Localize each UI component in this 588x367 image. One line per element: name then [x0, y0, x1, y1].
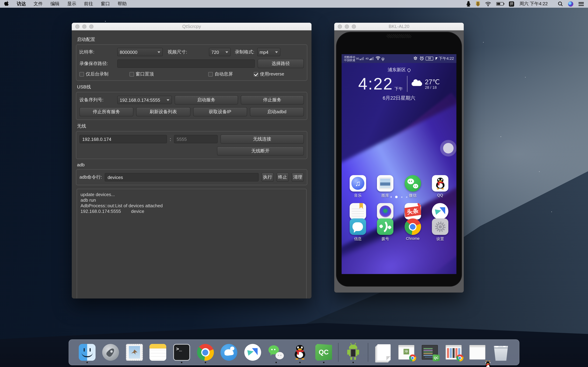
feishu-icon[interactable]	[432, 203, 448, 219]
app-gallery[interactable]: 图库	[374, 175, 397, 198]
dock-finder[interactable]	[78, 342, 96, 363]
checkbox-use-reverse[interactable]: 使用reverse	[254, 71, 284, 77]
dock-minimized-qq[interactable]	[468, 342, 486, 363]
qq-icon[interactable]	[432, 175, 448, 192]
app-chrome[interactable]: Chrome	[401, 218, 424, 242]
menu-view[interactable]: 显示	[67, 1, 76, 7]
app-settings[interactable]: 设置	[429, 218, 451, 242]
wireless-ip-input[interactable]: 192.168.0.174	[79, 135, 167, 143]
menu-go[interactable]: 前往	[84, 1, 93, 7]
start-service-button[interactable]: 启动服务	[175, 95, 238, 105]
camera-icon[interactable]	[377, 203, 394, 219]
adb-command-input[interactable]: devices	[105, 173, 259, 181]
notification-center-icon[interactable]	[579, 2, 584, 6]
chrome-icon[interactable]	[197, 344, 214, 361]
apple-menu-icon[interactable]	[4, 1, 9, 7]
minimized-window-thumbnail[interactable]: QC	[422, 345, 438, 360]
minimized-window-thumbnail[interactable]: 坤	[398, 345, 415, 360]
dock-feishu[interactable]	[244, 342, 262, 363]
notes-icon[interactable]	[150, 344, 166, 361]
spotlight-search-icon[interactable]	[558, 1, 563, 7]
checkbox-window-on-top[interactable]: 窗口置顶	[129, 71, 154, 77]
dock-wechat[interactable]	[267, 342, 285, 363]
phone-dialer-icon[interactable]	[377, 218, 394, 235]
wechat-icon[interactable]	[404, 175, 421, 192]
checkbox-auto-screen-off[interactable]: 自动息屏	[208, 71, 233, 77]
app-qq[interactable]: QQ	[429, 175, 451, 198]
clear-button[interactable]: 清理	[292, 173, 304, 182]
menu-window[interactable]: 窗口	[101, 1, 110, 7]
siri-icon[interactable]	[568, 1, 573, 7]
qq-penguin-icon[interactable]	[466, 1, 471, 7]
stop-service-button[interactable]: 停止服务	[241, 95, 304, 105]
qq-penguin-icon[interactable]	[294, 345, 306, 360]
video-size-combobox[interactable]: 720	[209, 48, 231, 56]
get-device-ip-button[interactable]: 获取设备IP	[193, 107, 247, 117]
wechat-icon[interactable]	[268, 344, 285, 361]
qtscrcpy-titlebar[interactable]: QtScrcpy	[72, 23, 311, 30]
mail-stamp-icon[interactable]	[126, 344, 143, 361]
checkbox-box[interactable]	[208, 72, 213, 76]
dock-minimized-document[interactable]	[373, 342, 392, 363]
record-format-combobox[interactable]: mp4	[257, 48, 280, 56]
dock-minimized-chrome-page[interactable]	[444, 342, 463, 363]
settings-gear-icon[interactable]	[432, 218, 448, 235]
messages-icon[interactable]	[350, 218, 366, 235]
dock-qtcreator[interactable]: QC	[314, 342, 333, 363]
menu-edit[interactable]: 编辑	[50, 1, 60, 7]
dock-mail[interactable]	[125, 342, 144, 363]
battery-icon[interactable]	[496, 1, 504, 7]
checkbox-box-checked[interactable]	[254, 72, 258, 76]
seal-icon[interactable]	[221, 344, 237, 361]
dock-scrcpy-robot[interactable]	[344, 342, 362, 363]
phone-window-titlebar[interactable]: BKL-AL20	[334, 23, 464, 30]
clock-widget[interactable]: 浦东新区 4:22 下午 27℃ 28 / 18	[342, 67, 456, 101]
dock-chrome[interactable]	[196, 342, 214, 363]
app-music[interactable]: ♫ 音乐	[347, 175, 369, 198]
terminate-button[interactable]: 终止	[277, 173, 289, 182]
document-stack-icon[interactable]	[377, 344, 391, 360]
refresh-device-list-button[interactable]: 刷新设备列表	[136, 107, 190, 117]
toutiao-icon[interactable]: 头条 1	[404, 203, 421, 219]
app-messages[interactable]: 信息	[347, 218, 369, 242]
checkbox-box[interactable]	[129, 72, 134, 76]
minimized-window-thumbnail[interactable]	[446, 345, 462, 360]
stop-all-services-button[interactable]: 停止所有服务	[79, 107, 134, 117]
music-icon[interactable]: ♫	[350, 175, 366, 192]
execute-button[interactable]: 执行	[261, 173, 274, 182]
record-path-input[interactable]	[117, 59, 255, 68]
serial-combobox[interactable]: 192.168.0.174:5555	[117, 96, 172, 104]
choose-path-button[interactable]: 选择路径	[258, 59, 304, 68]
bitrate-combobox[interactable]: 8000000	[117, 48, 163, 56]
pinyin-input-icon[interactable]: 拼	[509, 1, 514, 7]
checkbox-background-record[interactable]: 仅后台录制	[79, 71, 109, 77]
dock-trash[interactable]	[492, 342, 510, 363]
dock-minimized-chrome-kun[interactable]: 坤	[397, 342, 415, 363]
dock-minimized-qtcreator[interactable]: QC	[421, 342, 439, 363]
dock-terminal[interactable]: >_	[173, 342, 191, 363]
wifi-icon[interactable]	[485, 1, 491, 7]
app-wechat[interactable]: 微信	[401, 175, 424, 198]
start-adbd-button[interactable]: 启动adbd	[250, 107, 304, 117]
wireless-port-input[interactable]: 5555	[174, 135, 217, 143]
assistive-floating-ball[interactable]	[443, 143, 454, 153]
notes-icon[interactable]	[350, 203, 366, 219]
minimized-window-thumbnail[interactable]	[469, 345, 485, 360]
app-dialer[interactable]: 拨号	[374, 218, 397, 242]
qtcreator-icon[interactable]: QC	[315, 344, 332, 361]
menu-file[interactable]: 文件	[34, 1, 43, 7]
launchpad-icon[interactable]	[102, 344, 119, 361]
wireless-connect-button[interactable]: 无线连接	[220, 134, 304, 144]
trash-full-icon[interactable]	[493, 344, 509, 361]
dock-launchpad[interactable]	[102, 342, 120, 363]
dock-seal-app[interactable]	[220, 342, 238, 363]
shield-icon[interactable]	[476, 1, 480, 7]
menu-app-name[interactable]: 访达	[17, 1, 26, 7]
menu-help[interactable]: 帮助	[118, 1, 127, 7]
dock-notes[interactable]	[149, 342, 167, 363]
chrome-icon[interactable]	[404, 218, 421, 235]
feishu-paper-plane-icon[interactable]	[244, 344, 261, 361]
dock-qq[interactable]	[291, 342, 309, 363]
wireless-disconnect-button[interactable]: 无线断开	[217, 146, 304, 156]
checkbox-box[interactable]	[79, 72, 84, 76]
